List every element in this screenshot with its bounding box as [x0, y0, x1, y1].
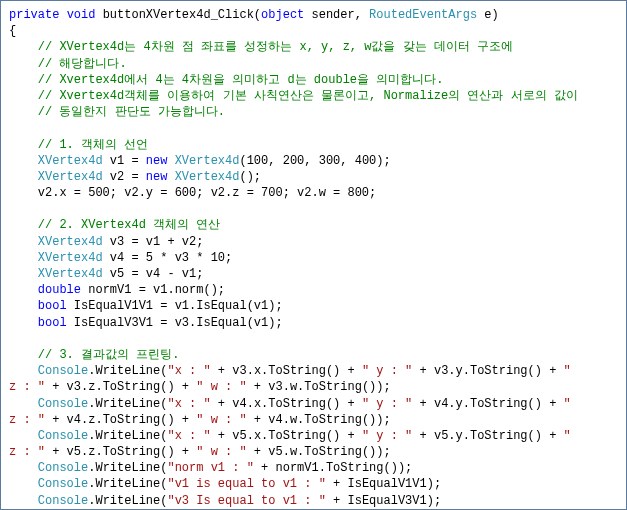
type-routedeventargs: RoutedEventArgs — [369, 8, 477, 22]
keyword-private: private — [9, 8, 59, 22]
comment-line: // 1. 객체의 선언 — [38, 138, 148, 152]
type-xvertex4d: XVertex4d — [38, 154, 103, 168]
code-line: v2.x = 500; v2.y = 600; v2.z = 700; v2.w… — [38, 186, 376, 200]
code-block: private void buttonXVertex4d_Click(objec… — [0, 0, 627, 510]
comment-line: // 동일한지 판단도 가능합니다. — [38, 105, 225, 119]
comment-line: // Xvertex4d에서 4는 4차원을 의미하고 d는 double을 의… — [38, 73, 444, 87]
type-console: Console — [38, 364, 88, 378]
brace-open: { — [9, 24, 16, 38]
comment-line: // Xvertex4d객체를 이용하여 기본 사칙연산은 물론이고, Norm… — [38, 89, 578, 103]
keyword-void: void — [67, 8, 96, 22]
comment-line: // XVertex4d는 4차원 점 좌표를 성정하는 x, y, z, w값… — [38, 40, 513, 54]
comment-line: // 2. XVertex4d 객체의 연산 — [38, 218, 220, 232]
keyword-object: object — [261, 8, 304, 22]
comment-line: // 해당합니다. — [38, 57, 127, 71]
method-name: buttonXVertex4d_Click( — [95, 8, 261, 22]
comment-line: // 3. 결과값의 프린팅. — [38, 348, 180, 362]
